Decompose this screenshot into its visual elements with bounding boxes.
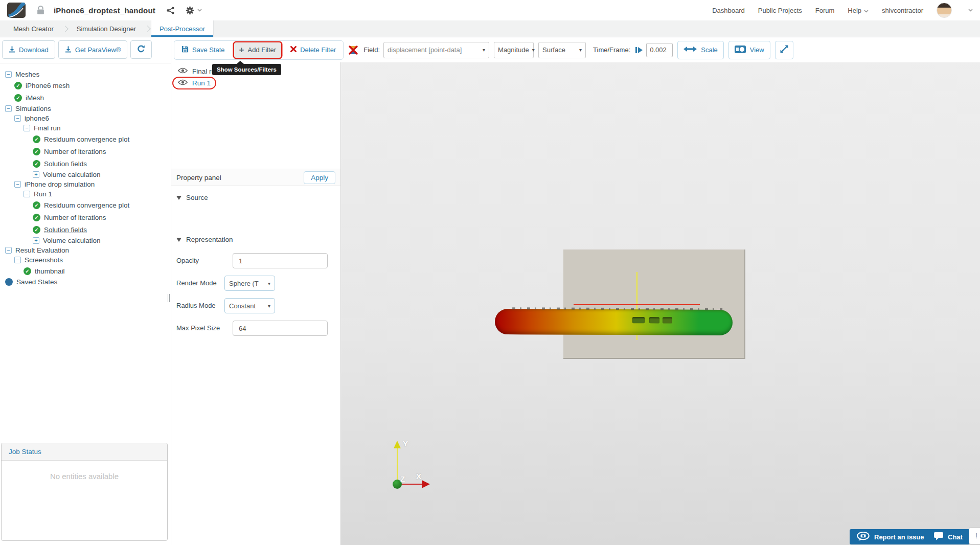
tree-collapse-icon[interactable]: − xyxy=(5,105,12,112)
render-viewport[interactable]: Y Z X xyxy=(341,62,980,545)
tree-item-label[interactable]: iphone6 xyxy=(25,115,49,122)
tree-item-label[interactable]: Number of iterations xyxy=(44,148,106,155)
eye-icon[interactable] xyxy=(178,67,188,75)
tree-item-meshes[interactable]: − Meshes xyxy=(5,70,39,79)
component-select[interactable]: Magnitude ▾ xyxy=(494,42,534,58)
success-check-icon[interactable]: ✓ xyxy=(33,226,40,234)
panel-resize-handle[interactable] xyxy=(167,291,170,305)
tree-item-label[interactable]: Saved States xyxy=(16,278,57,286)
tree-item-result-evaluation[interactable]: − Result Evaluation xyxy=(5,245,69,255)
saved-states-dot-icon[interactable] xyxy=(5,278,13,286)
fit-view-button[interactable] xyxy=(775,41,793,59)
nav-link-dashboard[interactable]: Dashboard xyxy=(712,7,745,14)
step-forward-icon[interactable] xyxy=(635,47,644,54)
get-paraview-button[interactable]: Get ParaView® xyxy=(58,40,128,59)
scale-button[interactable]: Scale xyxy=(677,41,724,59)
avatar[interactable] xyxy=(937,3,952,18)
notification-overflow-button[interactable]: ! xyxy=(969,527,980,544)
tree-collapse-icon[interactable]: − xyxy=(24,191,30,197)
tree-item-label[interactable]: Volume calculation xyxy=(43,171,101,178)
tree-item-label[interactable]: Solution fields xyxy=(44,160,87,168)
tree-item-label[interactable]: Residuum convergence plot xyxy=(44,201,129,209)
tree-expand-icon[interactable]: + xyxy=(33,171,39,178)
tree-collapse-icon[interactable]: − xyxy=(14,115,21,122)
tree-item-residuum-convergence-plot[interactable]: ✓ Residuum convergence plot xyxy=(5,199,129,211)
time-frame-input[interactable] xyxy=(646,43,673,57)
add-filter-button[interactable]: + Add Filter xyxy=(234,42,282,58)
nav-link-forum[interactable]: Forum xyxy=(815,7,835,14)
source-item-run-1[interactable]: Run 1 xyxy=(173,78,215,88)
tree-item-thumbnail[interactable]: ✓ thumbnail xyxy=(5,265,65,277)
tree-item-simulations[interactable]: − Simulations xyxy=(5,104,51,113)
clear-filters-icon[interactable] xyxy=(348,44,358,56)
tree-item-label[interactable]: Result Evaluation xyxy=(15,246,69,254)
chevron-down-icon[interactable] xyxy=(197,9,202,12)
tab-simulation-designer[interactable]: Simulation Designer xyxy=(69,20,144,37)
tree-collapse-icon[interactable]: − xyxy=(5,247,12,254)
tree-item-label[interactable]: Volume calculation xyxy=(43,237,101,244)
property-select[interactable]: Constant ▾ xyxy=(224,298,275,313)
tree-collapse-icon[interactable]: − xyxy=(24,125,30,131)
tree-item-number-of-iterations[interactable]: ✓ Number of iterations xyxy=(5,145,106,157)
nav-link-public-projects[interactable]: Public Projects xyxy=(758,7,802,14)
eye-icon[interactable] xyxy=(178,79,188,87)
delete-filter-button[interactable]: Delete Filter xyxy=(285,42,341,58)
property-input[interactable] xyxy=(233,253,328,268)
success-check-icon[interactable]: ✓ xyxy=(33,201,40,209)
tab-post-processor[interactable]: Post-Processor xyxy=(151,20,214,37)
representation-section-header[interactable]: Representation xyxy=(171,228,340,246)
tree-item-screenshots[interactable]: − Screenshots xyxy=(5,255,63,265)
tree-item-label[interactable]: Simulations xyxy=(15,105,51,112)
tree-item-label[interactable]: Final run xyxy=(34,124,61,132)
username[interactable]: shivcontractor xyxy=(882,7,923,14)
tree-item-volume-calculation[interactable]: + Volume calculation xyxy=(5,236,101,245)
tree-collapse-icon[interactable]: − xyxy=(5,71,12,78)
tab-mesh-creator[interactable]: Mesh Creator xyxy=(5,20,62,37)
tree-item-solution-fields[interactable]: ✓ Solution fields xyxy=(5,223,87,236)
tree-item-label[interactable]: iMesh xyxy=(26,94,44,102)
field-select[interactable]: displacement [point-data] ▾ xyxy=(383,42,489,58)
apply-button[interactable]: Apply xyxy=(304,171,335,184)
nav-link-help[interactable]: Help xyxy=(848,7,869,14)
success-check-icon[interactable]: ✓ xyxy=(24,267,31,275)
tree-item-residuum-convergence-plot[interactable]: ✓ Residuum convergence plot xyxy=(5,133,129,145)
source-section-header[interactable]: Source xyxy=(171,186,340,205)
success-check-icon[interactable]: ✓ xyxy=(33,135,40,143)
success-check-icon[interactable]: ✓ xyxy=(14,94,22,102)
tree-collapse-icon[interactable]: − xyxy=(14,181,21,188)
tree-item-label[interactable]: iPhone6 mesh xyxy=(26,82,70,89)
tree-item-number-of-iterations[interactable]: ✓ Number of iterations xyxy=(5,211,106,223)
share-icon[interactable] xyxy=(167,7,174,14)
download-button[interactable]: Download xyxy=(2,40,55,59)
tree-item-label[interactable]: thumbnail xyxy=(35,267,65,275)
property-select[interactable]: Sphere (T ▾ xyxy=(224,276,275,291)
property-input[interactable] xyxy=(233,321,328,336)
tree-item-label[interactable]: Solution fields xyxy=(44,226,87,234)
tree-item-label[interactable]: Run 1 xyxy=(34,190,52,198)
save-state-button[interactable]: Save State xyxy=(176,42,230,58)
success-check-icon[interactable]: ✓ xyxy=(33,148,40,155)
tree-item-label[interactable]: Number of iterations xyxy=(44,214,106,221)
success-check-icon[interactable]: ✓ xyxy=(14,82,22,89)
tree-item-volume-calculation[interactable]: + Volume calculation xyxy=(5,170,101,179)
representation-select[interactable]: Surface ▾ xyxy=(538,42,586,58)
tree-item-iphone-drop-simulation[interactable]: − iPhone drop simulation xyxy=(5,179,95,189)
tree-item-run-1[interactable]: − Run 1 xyxy=(5,189,52,199)
tree-collapse-icon[interactable]: − xyxy=(14,257,21,263)
tree-item-iphone6-mesh[interactable]: ✓ iPhone6 mesh xyxy=(5,79,70,92)
tree-item-solution-fields[interactable]: ✓ Solution fields xyxy=(5,157,87,170)
tree-item-label[interactable]: Residuum convergence plot xyxy=(44,135,129,143)
refresh-button[interactable] xyxy=(130,40,152,59)
report-issue-button[interactable]: Report an issue xyxy=(850,529,931,544)
tree-item-final-run[interactable]: − Final run xyxy=(5,123,61,133)
tree-item-iphone6[interactable]: − iphone6 xyxy=(5,113,49,123)
chat-button[interactable]: Chat xyxy=(927,529,970,544)
gear-icon[interactable] xyxy=(186,6,194,15)
success-check-icon[interactable]: ✓ xyxy=(33,214,40,221)
tree-item-label[interactable]: Meshes xyxy=(15,71,39,78)
tree-item-label[interactable]: Screenshots xyxy=(25,256,63,264)
user-chevron-down-icon[interactable] xyxy=(968,9,973,12)
tree-expand-icon[interactable]: + xyxy=(33,237,39,244)
success-check-icon[interactable]: ✓ xyxy=(33,160,40,168)
view-button[interactable]: View xyxy=(728,41,770,59)
